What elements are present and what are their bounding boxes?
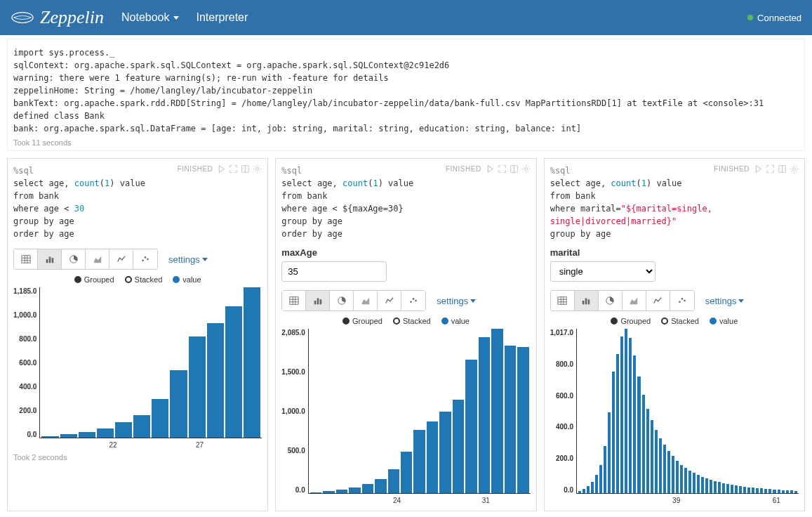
line-chart-button[interactable] xyxy=(109,249,133,269)
console-output: import sys.process._ sqlContext: org.apa… xyxy=(13,46,799,135)
execution-time: Took 2 seconds xyxy=(13,453,262,462)
grouped-radio-icon[interactable] xyxy=(342,318,350,325)
grouped-radio-icon[interactable] xyxy=(74,276,81,283)
panel-controls: FINISHED xyxy=(178,164,262,174)
svg-rect-4 xyxy=(21,256,29,263)
sql-panel-3: %sql select age, count(1) value from ban… xyxy=(544,158,805,511)
marital-select[interactable]: single xyxy=(550,261,655,282)
svg-point-28 xyxy=(411,301,413,303)
svg-point-44 xyxy=(681,298,683,300)
run-status: FINISHED xyxy=(446,165,481,173)
bar-chart-button[interactable] xyxy=(38,249,62,269)
svg-point-3 xyxy=(256,167,259,170)
series-dot-icon xyxy=(173,276,180,283)
scatter-chart-button[interactable] xyxy=(133,249,157,269)
svg-point-29 xyxy=(413,298,415,300)
bar-chart: 1,185.01,000.0800.0600.0400.0200.00.0222… xyxy=(13,287,262,450)
panel-controls: FINISHED xyxy=(714,164,799,174)
bar-chart: 2,085.01,500.01,000.0500.00.02431 xyxy=(281,329,530,505)
maxage-input[interactable] xyxy=(281,261,387,282)
notebook-menu[interactable]: Notebook xyxy=(121,11,179,24)
stacked-radio-icon[interactable] xyxy=(393,318,400,325)
param-label: marital xyxy=(550,247,799,258)
paragraph-output: import sys.process._ sqlContext: org.apa… xyxy=(7,39,805,151)
play-icon[interactable] xyxy=(486,164,495,174)
bar-chart: 1,017.0800.0600.0400.0200.00.03961 xyxy=(550,329,799,505)
play-icon[interactable] xyxy=(754,164,763,174)
play-icon[interactable] xyxy=(217,164,226,174)
run-status: FINISHED xyxy=(714,165,750,173)
svg-rect-40 xyxy=(585,299,587,305)
gear-icon[interactable] xyxy=(253,164,262,174)
expand-icon[interactable] xyxy=(498,164,507,174)
sql-editor[interactable]: %sql select age, count(1) value from ban… xyxy=(13,164,178,240)
svg-point-18 xyxy=(524,167,527,170)
svg-point-45 xyxy=(684,300,686,302)
interpreter-link[interactable]: Interpreter xyxy=(197,11,248,24)
pie-chart-button[interactable] xyxy=(599,291,623,310)
execution-time: Took 11 seconds xyxy=(13,138,799,147)
sql-editor[interactable]: %sql select age, count(1) value from ban… xyxy=(281,164,446,240)
status-dot-icon xyxy=(747,15,753,20)
scatter-chart-button[interactable] xyxy=(401,291,425,310)
chart-settings-link[interactable]: settings xyxy=(705,296,745,306)
book-icon[interactable] xyxy=(241,164,250,174)
svg-rect-11 xyxy=(51,258,53,263)
navbar: Zeppelin Notebook Interpreter Connected xyxy=(0,0,812,35)
svg-point-43 xyxy=(679,301,681,303)
svg-point-14 xyxy=(145,256,147,258)
svg-rect-25 xyxy=(317,299,319,305)
scatter-chart-button[interactable] xyxy=(670,291,694,310)
area-chart-button[interactable] xyxy=(623,291,646,310)
chart-settings-link[interactable]: settings xyxy=(437,296,476,306)
chart-legend: Grouped Stacked value xyxy=(13,275,262,284)
brand-text: Zeppelin xyxy=(40,7,104,28)
pie-chart-button[interactable] xyxy=(62,249,86,269)
gear-icon[interactable] xyxy=(790,164,799,174)
pie-chart-button[interactable] xyxy=(330,291,354,310)
sql-panel-2: %sql select age, count(1) value from ban… xyxy=(275,158,536,511)
bar-chart-button[interactable] xyxy=(575,291,599,310)
expand-icon[interactable] xyxy=(229,164,238,174)
gear-icon[interactable] xyxy=(521,164,531,174)
table-view-button[interactable] xyxy=(282,291,306,310)
status-text: Connected xyxy=(757,13,801,23)
panels-row: %sql select age, count(1) value from ban… xyxy=(7,158,805,511)
chart-legend: Grouped Stacked value xyxy=(550,317,799,325)
book-icon[interactable] xyxy=(510,164,519,174)
series-dot-icon xyxy=(441,318,448,325)
svg-rect-19 xyxy=(290,297,298,305)
svg-point-15 xyxy=(147,258,149,261)
svg-rect-10 xyxy=(48,257,51,263)
line-chart-button[interactable] xyxy=(646,291,670,310)
viz-toolbar: settings xyxy=(281,290,530,311)
line-chart-button[interactable] xyxy=(378,291,401,310)
sql-editor[interactable]: %sql select age, count(1) value from ban… xyxy=(550,164,714,240)
expand-icon[interactable] xyxy=(766,164,775,174)
area-chart-button[interactable] xyxy=(354,291,378,310)
caret-down-icon xyxy=(173,16,179,20)
svg-point-30 xyxy=(415,300,418,302)
svg-rect-39 xyxy=(583,301,585,304)
svg-rect-26 xyxy=(319,299,321,304)
svg-point-13 xyxy=(142,259,144,261)
table-view-button[interactable] xyxy=(551,291,575,310)
stacked-radio-icon[interactable] xyxy=(125,276,132,283)
stacked-radio-icon[interactable] xyxy=(661,318,668,325)
param-label: maxAge xyxy=(281,247,530,258)
grouped-radio-icon[interactable] xyxy=(611,318,618,325)
svg-point-0 xyxy=(12,13,33,23)
sql-panel-1: %sql select age, count(1) value from ban… xyxy=(7,158,268,511)
notebook-label: Notebook xyxy=(121,11,170,24)
panel-controls: FINISHED xyxy=(446,164,531,174)
chart-settings-link[interactable]: settings xyxy=(168,254,208,265)
chart-legend: Grouped Stacked value xyxy=(281,317,530,325)
svg-rect-41 xyxy=(588,299,590,304)
book-icon[interactable] xyxy=(778,164,787,174)
viz-toolbar: settings xyxy=(13,249,262,270)
table-view-button[interactable] xyxy=(14,249,38,269)
area-chart-button[interactable] xyxy=(86,249,109,269)
bar-chart-button[interactable] xyxy=(306,291,330,310)
svg-rect-34 xyxy=(558,297,566,305)
logo[interactable]: Zeppelin xyxy=(11,7,104,28)
